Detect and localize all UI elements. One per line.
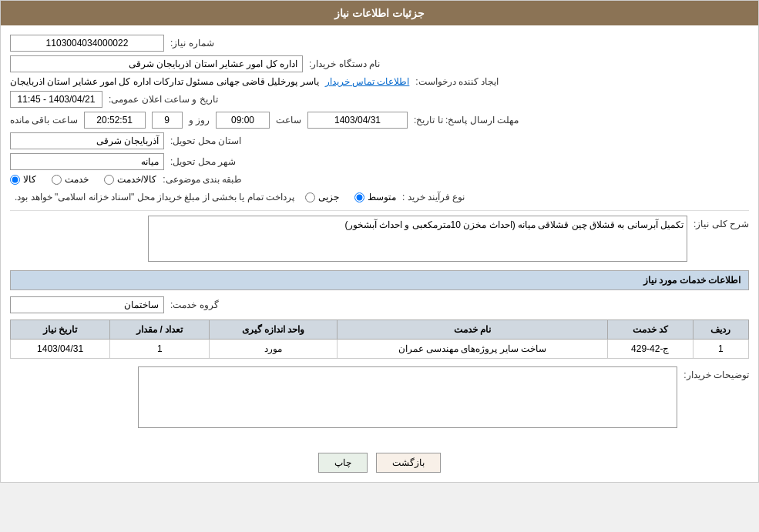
announce-row: تاریخ و ساعت اعلان عمومی: 1403/04/21 - 1… bbox=[10, 91, 749, 108]
col-header-unit: واحد اندازه گیری bbox=[210, 320, 337, 340]
request-number-value: 1103004034000022 bbox=[10, 35, 164, 52]
deadline-time: 09:00 bbox=[216, 112, 270, 129]
deadline-label: مهلت ارسال پاسخ: تا تاریخ: bbox=[414, 115, 519, 125]
page-title: جزئیات اطلاعات نیاز bbox=[334, 7, 425, 19]
city-label: شهر محل تحویل: bbox=[170, 156, 236, 167]
service-group-value: ساختمان bbox=[10, 296, 164, 313]
print-button[interactable]: چاپ bbox=[318, 453, 368, 473]
purchase-type-radio-group: متوسط جزیی bbox=[305, 192, 396, 202]
category-radio-group: کالا/خدمت خدمت کالا bbox=[10, 174, 156, 185]
city-row: شهر محل تحویل: میانه bbox=[10, 153, 749, 170]
page-container: جزئیات اطلاعات نیاز شماره نیاز: 11030040… bbox=[0, 0, 759, 483]
purchase-type-option-2[interactable]: متوسط bbox=[354, 192, 396, 202]
buyer-desc-label: توضیحات خریدار: bbox=[683, 366, 749, 380]
announce-value: 1403/04/21 - 11:45 bbox=[10, 91, 102, 108]
deadline-day-label: روز و bbox=[189, 115, 210, 125]
table-row: 1ج-42-429ساخت سایر پروژه‌های مهندسی عمرا… bbox=[11, 340, 749, 359]
province-value: آذربایجان شرقی bbox=[10, 132, 164, 149]
creator-row: ایجاد کننده درخواست: اطلاعات تماس خریدار… bbox=[10, 76, 749, 87]
category-label: طبقه بندی موضوعی: bbox=[163, 174, 242, 185]
col-header-name: نام خدمت bbox=[337, 320, 607, 340]
buyer-org-value: اداره کل امور عشایر استان اذربایجان شرقی bbox=[10, 55, 303, 72]
page-header: جزئیات اطلاعات نیاز bbox=[1, 1, 758, 25]
divider-1 bbox=[10, 210, 749, 211]
creator-value: یاسر پورخلیل قاضی جهانی مسئول تدارکات اد… bbox=[10, 76, 319, 87]
col-header-row: ردیف bbox=[693, 320, 748, 340]
col-header-code: کد خدمت bbox=[607, 320, 693, 340]
purchase-type-option-1[interactable]: جزیی bbox=[305, 192, 339, 202]
category-row: طبقه بندی موضوعی: کالا/خدمت خدمت کالا bbox=[10, 174, 749, 185]
category-option-1[interactable]: کالا bbox=[10, 174, 36, 185]
province-row: استان محل تحویل: آذربایجان شرقی bbox=[10, 132, 749, 149]
description-input[interactable] bbox=[148, 216, 687, 262]
footer-buttons: بازگشت چاپ bbox=[1, 443, 758, 482]
province-label: استان محل تحویل: bbox=[170, 136, 241, 146]
col-header-qty: تعداد / مقدار bbox=[110, 320, 210, 340]
description-container bbox=[10, 216, 687, 264]
category-option-2[interactable]: خدمت bbox=[52, 174, 89, 185]
creator-link[interactable]: اطلاعات تماس خریدار bbox=[325, 76, 410, 87]
buyer-desc-input[interactable] bbox=[138, 366, 677, 428]
deadline-time-label: ساعت bbox=[276, 115, 301, 125]
city-value: میانه bbox=[10, 153, 164, 170]
buyer-org-row: نام دستگاه خریدار: اداره کل امور عشایر ا… bbox=[10, 55, 749, 72]
description-label: شرح کلی نیاز: bbox=[694, 216, 749, 229]
service-group-label: گروه خدمت: bbox=[170, 299, 219, 310]
creator-label: ایجاد کننده درخواست: bbox=[415, 76, 499, 87]
buyer-desc-row: توضیحات خریدار: bbox=[10, 366, 749, 430]
services-section-title: اطلاعات خدمات مورد نیاز bbox=[10, 270, 749, 290]
purchase-type-label: نوع فرآیند خرید : bbox=[402, 192, 465, 202]
back-button[interactable]: بازگشت bbox=[376, 453, 441, 473]
services-table: ردیف کد خدمت نام خدمت واحد اندازه گیری ت… bbox=[10, 320, 749, 359]
main-content: شماره نیاز: 1103004034000022 نام دستگاه … bbox=[1, 25, 758, 443]
buyer-desc-container bbox=[10, 366, 677, 430]
purchase-type-row: نوع فرآیند خرید : متوسط جزیی پرداخت تمام… bbox=[10, 189, 749, 206]
category-option-3[interactable]: کالا/خدمت bbox=[104, 174, 156, 185]
deadline-days: 9 bbox=[152, 112, 183, 129]
description-row: شرح کلی نیاز: bbox=[10, 216, 749, 264]
deadline-date: 1403/04/31 bbox=[307, 112, 408, 129]
service-group-row: گروه خدمت: ساختمان bbox=[10, 296, 749, 313]
deadline-remaining: 20:52:51 bbox=[84, 112, 146, 129]
col-header-date: تاریخ نیاز bbox=[11, 320, 110, 340]
request-number-label: شماره نیاز: bbox=[170, 38, 214, 49]
deadline-remaining-label: ساعت باقی مانده bbox=[10, 115, 78, 125]
request-number-row: شماره نیاز: 1103004034000022 bbox=[10, 35, 749, 52]
announce-label: تاریخ و ساعت اعلان عمومی: bbox=[109, 94, 218, 105]
deadline-row: مهلت ارسال پاسخ: تا تاریخ: 1403/04/31 سا… bbox=[10, 112, 749, 129]
purchase-type-notice: پرداخت تمام یا بخشی از مبلغ خریداز محل "… bbox=[10, 189, 299, 206]
buyer-org-label: نام دستگاه خریدار: bbox=[309, 59, 380, 69]
